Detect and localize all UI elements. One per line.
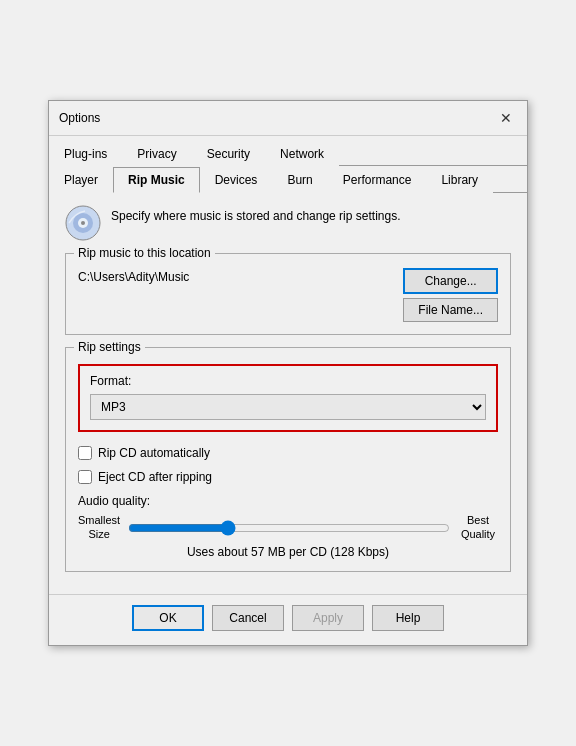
tab-burn[interactable]: Burn bbox=[272, 167, 327, 193]
cd-icon bbox=[65, 205, 101, 241]
ok-button[interactable]: OK bbox=[132, 605, 204, 631]
options-dialog: Options ✕ Plug-ins Privacy Security Netw… bbox=[48, 100, 528, 645]
location-group: Rip music to this location C:\Users\Adit… bbox=[65, 253, 511, 335]
format-label: Format: bbox=[90, 374, 486, 388]
tab-devices[interactable]: Devices bbox=[200, 167, 273, 193]
audio-quality-section: Audio quality: Smallest Size Best Qualit… bbox=[78, 494, 498, 558]
header-section: Specify where music is stored and change… bbox=[65, 205, 511, 241]
tabs-row2: Player Rip Music Devices Burn Performanc… bbox=[49, 166, 527, 193]
format-highlight-box: Format: MP3Windows Media AudioWindows Me… bbox=[78, 364, 498, 432]
eject-cd-label: Eject CD after ripping bbox=[98, 470, 212, 484]
location-row: C:\Users\Adity\Music Change... File Name… bbox=[78, 268, 498, 322]
location-group-label: Rip music to this location bbox=[74, 246, 215, 260]
tab-plugins[interactable]: Plug-ins bbox=[49, 141, 122, 166]
footer: OK Cancel Apply Help bbox=[49, 594, 527, 645]
tab-player[interactable]: Player bbox=[49, 167, 113, 193]
rip-cd-label: Rip CD automatically bbox=[98, 446, 210, 460]
tabs-row1: Plug-ins Privacy Security Network bbox=[49, 136, 527, 166]
location-path: C:\Users\Adity\Music bbox=[78, 268, 391, 284]
slider-max-label: Best Quality bbox=[458, 514, 498, 540]
tab-network[interactable]: Network bbox=[265, 141, 339, 166]
rip-settings-label: Rip settings bbox=[74, 340, 145, 354]
rip-settings-group: Rip settings Format: MP3Windows Media Au… bbox=[65, 347, 511, 571]
content-area: Specify where music is stored and change… bbox=[49, 193, 527, 593]
header-description: Specify where music is stored and change… bbox=[111, 205, 400, 223]
svg-point-3 bbox=[81, 221, 85, 225]
title-bar: Options ✕ bbox=[49, 101, 527, 136]
dialog-title: Options bbox=[59, 111, 100, 125]
change-button[interactable]: Change... bbox=[403, 268, 498, 294]
location-buttons: Change... File Name... bbox=[403, 268, 498, 322]
tab-security[interactable]: Security bbox=[192, 141, 265, 166]
apply-button[interactable]: Apply bbox=[292, 605, 364, 631]
audio-quality-slider[interactable] bbox=[128, 520, 450, 536]
cancel-button[interactable]: Cancel bbox=[212, 605, 284, 631]
close-button[interactable]: ✕ bbox=[495, 107, 517, 129]
format-select[interactable]: MP3Windows Media AudioWindows Media Audi… bbox=[90, 394, 486, 420]
slider-min-label: Smallest Size bbox=[78, 514, 120, 540]
tab-performance[interactable]: Performance bbox=[328, 167, 427, 193]
tab-rip-music[interactable]: Rip Music bbox=[113, 167, 200, 193]
rip-cd-row: Rip CD automatically bbox=[78, 446, 498, 460]
audio-quality-label: Audio quality: bbox=[78, 494, 498, 508]
rip-cd-checkbox[interactable] bbox=[78, 446, 92, 460]
tab-library[interactable]: Library bbox=[426, 167, 493, 193]
eject-cd-row: Eject CD after ripping bbox=[78, 470, 498, 484]
help-button[interactable]: Help bbox=[372, 605, 444, 631]
tab-privacy[interactable]: Privacy bbox=[122, 141, 191, 166]
slider-row: Smallest Size Best Quality bbox=[78, 514, 498, 540]
quality-info: Uses about 57 MB per CD (128 Kbps) bbox=[78, 545, 498, 559]
filename-button[interactable]: File Name... bbox=[403, 298, 498, 322]
eject-cd-checkbox[interactable] bbox=[78, 470, 92, 484]
